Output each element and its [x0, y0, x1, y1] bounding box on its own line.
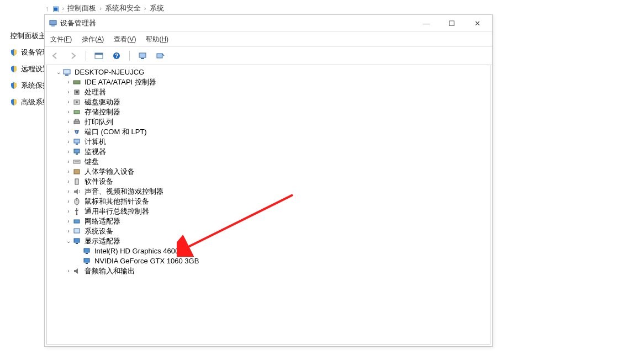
- help-button[interactable]: ?: [110, 50, 123, 62]
- tree-node-label: 计算机: [85, 137, 106, 147]
- chevron-right-icon: ›: [62, 5, 65, 12]
- window-title: 设备管理器: [60, 18, 96, 28]
- tree-device[interactable]: Intel(R) HD Graphics 4600: [49, 246, 488, 256]
- tree-category[interactable]: ›通用串行总线控制器: [49, 207, 488, 216]
- svg-rect-21: [74, 139, 80, 143]
- tree-category[interactable]: ›键盘: [49, 157, 488, 167]
- tree-category[interactable]: ›存储控制器: [49, 107, 488, 117]
- tree-toggle-icon[interactable]: ›: [65, 117, 72, 127]
- tree-category[interactable]: ›处理器: [49, 87, 488, 97]
- net-icon: [72, 217, 82, 226]
- svg-rect-19: [75, 119, 78, 121]
- tree-category[interactable]: ›软件设备: [49, 177, 488, 187]
- tree-toggle-icon[interactable]: ›: [65, 87, 72, 97]
- svg-point-20: [76, 131, 77, 133]
- close-button[interactable]: ✕: [464, 15, 490, 31]
- tree-root[interactable]: ⌄DESKTOP-NJEUJCG: [49, 67, 488, 77]
- tree-toggle-icon[interactable]: ⌄: [55, 67, 62, 77]
- maximize-button[interactable]: ☐: [439, 15, 464, 31]
- tree-pane: ⌄DESKTOP-NJEUJCG›IDE ATA/ATAPI 控制器›处理器›磁…: [46, 65, 490, 345]
- svg-rect-39: [86, 263, 88, 264]
- scan-button[interactable]: [136, 50, 149, 62]
- svg-rect-32: [74, 220, 80, 223]
- cpu-icon: [72, 88, 82, 97]
- tree-node-label: DESKTOP-NJEUJCG: [75, 67, 144, 77]
- breadcrumb: ↑ ▣ › 控制面板 › 系统和安全 › 系统: [45, 3, 164, 13]
- tree-node-label: 系统设备: [85, 226, 113, 236]
- tree-toggle-icon[interactable]: ›: [65, 197, 72, 207]
- tree-category[interactable]: ›打印队列: [49, 117, 488, 127]
- tree-node-label: IDE ATA/ATAPI 控制器: [85, 77, 156, 87]
- tree-category[interactable]: ›IDE ATA/ATAPI 控制器: [49, 77, 488, 87]
- tree-node-label: 显示适配器: [85, 236, 120, 246]
- tree-toggle-icon[interactable]: ›: [65, 266, 72, 276]
- toolbar-separator: [129, 51, 130, 61]
- titlebar: 设备管理器 — ☐ ✕: [45, 15, 492, 32]
- tree-category[interactable]: ›磁盘驱动器: [49, 97, 488, 107]
- tree-category[interactable]: ›端口 (COM 和 LPT): [49, 127, 488, 137]
- svg-rect-37: [86, 253, 88, 254]
- tree-node-label: 声音、视频和游戏控制器: [85, 187, 163, 197]
- device-manager-window: 设备管理器 — ☐ ✕ 文件(F)操作(A)查看(V)帮助(H) ? ⌄DE: [44, 14, 493, 347]
- tree-toggle-icon[interactable]: ⌄: [65, 236, 72, 246]
- tree-node-label: Intel(R) HD Graphics 4600: [94, 246, 179, 256]
- back-button[interactable]: [49, 50, 61, 62]
- tree-node-label: 监视器: [85, 147, 106, 157]
- forward-button[interactable]: [67, 50, 79, 62]
- tree-category[interactable]: ›音频输入和输出: [49, 266, 488, 276]
- chevron-right-icon: ›: [144, 5, 146, 12]
- menu-f[interactable]: 文件(F): [50, 35, 72, 44]
- tree-toggle-icon[interactable]: ›: [65, 157, 72, 167]
- svg-rect-1: [51, 25, 55, 27]
- tree-category[interactable]: ›网络适配器: [49, 216, 488, 226]
- tree-toggle-icon[interactable]: ›: [65, 207, 72, 216]
- tree-category[interactable]: ›监视器: [49, 147, 488, 157]
- tree-node-label: 存储控制器: [85, 107, 120, 117]
- up-icon[interactable]: ↑: [45, 4, 49, 13]
- tree-node-label: NVIDIA GeForce GTX 1060 3GB: [94, 256, 199, 266]
- tree-category[interactable]: ›系统设备: [49, 226, 488, 236]
- sys-icon: [72, 227, 82, 236]
- device-manager-icon: [49, 19, 57, 27]
- menubar: 文件(F)操作(A)查看(V)帮助(H): [45, 32, 492, 47]
- tree-category[interactable]: ›声音、视频和游戏控制器: [49, 187, 488, 197]
- tree-category[interactable]: ›计算机: [49, 137, 488, 147]
- tree-node-label: 人体学输入设备: [85, 167, 135, 177]
- tree-toggle-icon[interactable]: ›: [65, 177, 72, 187]
- minimize-button[interactable]: —: [414, 15, 439, 31]
- toolbar: ?: [45, 47, 492, 65]
- breadcrumb-mid[interactable]: 系统和安全: [105, 3, 141, 13]
- tree-toggle-icon[interactable]: ›: [65, 127, 72, 137]
- tree-toggle-icon[interactable]: ›: [65, 97, 72, 107]
- properties-button[interactable]: [154, 50, 166, 62]
- breadcrumb-leaf[interactable]: 系统: [150, 3, 164, 13]
- pcroot-icon: [62, 68, 72, 77]
- tree-toggle-icon[interactable]: ›: [65, 216, 72, 226]
- tree-toggle-icon[interactable]: ›: [65, 147, 72, 157]
- menu-h[interactable]: 帮助(H): [146, 35, 168, 44]
- show-hidden-button[interactable]: [93, 50, 105, 62]
- menu-v[interactable]: 查看(V): [114, 35, 136, 44]
- svg-rect-23: [74, 149, 80, 153]
- tree-category[interactable]: ⌄显示适配器: [49, 236, 488, 246]
- device-tree[interactable]: ⌄DESKTOP-NJEUJCG›IDE ATA/ATAPI 控制器›处理器›磁…: [49, 67, 488, 342]
- mouse-icon: [72, 197, 82, 206]
- breadcrumb-root[interactable]: 控制面板: [67, 3, 96, 13]
- tree-device[interactable]: NVIDIA GeForce GTX 1060 3GB: [49, 256, 488, 266]
- shield-icon: [10, 49, 18, 56]
- menu-a[interactable]: 操作(A): [82, 35, 104, 44]
- disk-icon: [72, 98, 82, 107]
- tree-toggle-icon[interactable]: ›: [65, 137, 72, 147]
- printer-icon: [72, 118, 82, 126]
- tree-toggle-icon[interactable]: ›: [65, 77, 72, 87]
- display-icon: [82, 257, 92, 266]
- tree-category[interactable]: ›人体学输入设备: [49, 167, 488, 177]
- tree-toggle-icon[interactable]: ›: [65, 226, 72, 236]
- tree-toggle-icon[interactable]: ›: [65, 187, 72, 197]
- tree-category[interactable]: ›鼠标和其他指针设备: [49, 197, 488, 207]
- svg-rect-7: [141, 58, 144, 59]
- tree-node-label: 鼠标和其他指针设备: [85, 197, 149, 207]
- tree-toggle-icon[interactable]: ›: [65, 167, 72, 177]
- tree-toggle-icon[interactable]: ›: [65, 107, 72, 117]
- storage-icon: [72, 108, 82, 117]
